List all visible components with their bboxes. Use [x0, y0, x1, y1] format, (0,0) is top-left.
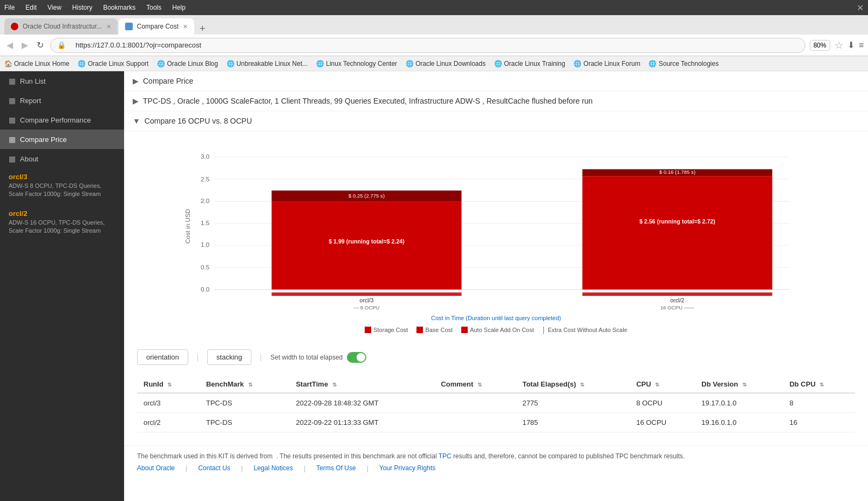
col-comment[interactable]: Comment ⇅ — [434, 376, 516, 393]
tab-compare-label: Compare Cost — [137, 23, 179, 30]
bookmark-star[interactable]: ☆ — [835, 39, 843, 51]
sidebar-item-report[interactable]: ▦ Report — [0, 91, 124, 110]
legend-storage-color — [365, 327, 371, 333]
sidebar-run-orcl3[interactable]: orcl/3 ADW-S 8 OCPU, TPC-DS Queries, Sca… — [0, 168, 124, 205]
orientation-button[interactable]: orientation — [137, 349, 188, 365]
sidebar-item-compare-performance[interactable]: ▦ Compare Performance — [0, 110, 124, 130]
bar-orcl3-highlight — [272, 293, 462, 296]
menu-history[interactable]: History — [72, 4, 92, 11]
legend-extra-cost: | Extra Cost Without Auto Scale — [543, 326, 627, 334]
footer-about-oracle[interactable]: About Oracle — [137, 464, 175, 472]
bookmark-oracle-training[interactable]: 🌐 Oracle Linux Training — [494, 60, 565, 67]
legend-base-cost: Base Cost — [416, 327, 453, 333]
bookmark-source-tech-label: Source Technologies — [659, 60, 719, 67]
chart-container: Cost in USD 0.0 0.5 1.0 — [124, 131, 868, 343]
tab-oracle-close[interactable]: ✕ — [106, 23, 111, 30]
menu-view[interactable]: View — [47, 4, 61, 11]
forward-button[interactable]: ▶ — [19, 38, 30, 52]
bookmark-tech-center-label: Linux Technology Center — [326, 60, 397, 67]
menu-edit[interactable]: Edit — [25, 4, 37, 11]
compare-perf-icon: ▦ — [9, 116, 16, 124]
download-icon[interactable]: ⬇ — [848, 40, 855, 50]
oracle-support-icon: 🌐 — [78, 60, 86, 67]
bookmark-oracle-training-label: Oracle Linux Training — [504, 60, 565, 67]
cell-comment-1 — [434, 393, 516, 413]
menu-help[interactable]: Help — [172, 4, 186, 11]
toggle-switch[interactable] — [347, 352, 366, 363]
back-button[interactable]: ◀ — [4, 38, 15, 52]
col-db-cpu[interactable]: Db CPU ⇅ — [783, 376, 855, 393]
col-total-elapsed[interactable]: Total Elapsed(s) ⇅ — [516, 376, 630, 393]
col-benchmark[interactable]: BenchMark ⇅ — [200, 376, 289, 393]
bookmark-oracle-support[interactable]: 🌐 Oracle Linux Support — [78, 60, 149, 67]
footer-legal-notices[interactable]: Legal Notices — [254, 464, 293, 472]
bookmark-unbreakable[interactable]: 🌐 Unbreakable Linux Net... — [227, 60, 307, 67]
sort-starttime: ⇅ — [332, 382, 337, 388]
sidebar-item-about[interactable]: ▦ About — [0, 149, 124, 168]
new-tab-button[interactable]: + — [195, 23, 210, 35]
close-button[interactable]: ✕ — [857, 3, 864, 13]
footer-contact-us[interactable]: Contact Us — [198, 464, 230, 472]
legend-extra-separator: | — [543, 326, 545, 334]
chart-area: Cost in USD 0.0 0.5 1.0 — [137, 140, 855, 313]
compare-tab-icon — [125, 23, 133, 30]
tab-compare-cost[interactable]: Compare Cost ✕ — [119, 18, 194, 35]
run-orcl2-desc: ADW-S 16 OCPU, TPC-DS Queries, Scale Fac… — [9, 219, 115, 235]
tab-compare-close[interactable]: ✕ — [183, 23, 188, 30]
refresh-button[interactable]: ↻ — [35, 38, 46, 52]
sort-db-version: ⇅ — [742, 382, 747, 388]
cell-dbversion-2: 19.16.0.1.0 — [695, 413, 783, 432]
run-list-icon: ▦ — [9, 77, 16, 85]
bookmark-source-tech[interactable]: 🌐 Source Technologies — [649, 60, 719, 67]
bookmark-oracle-downloads[interactable]: 🌐 Oracle Linux Downloads — [406, 60, 486, 67]
bookmark-oracle-forum[interactable]: 🌐 Oracle Linux Forum — [574, 60, 640, 67]
sidebar-item-run-list[interactable]: ▦ Run List — [0, 71, 124, 91]
menu-tools[interactable]: Tools — [146, 4, 161, 11]
col-db-version[interactable]: Db Version ⇅ — [695, 376, 783, 393]
tpc-link[interactable]: TPC — [439, 452, 452, 460]
menu-file[interactable]: File — [4, 4, 15, 11]
col-runid[interactable]: RunId ⇅ — [137, 376, 200, 393]
section-compare-price[interactable]: ▶ Compare Price — [124, 71, 868, 91]
section-compare-price-title: Compare Price — [143, 77, 193, 85]
chart-subtitle: Cost in Time (Duration until last query … — [137, 315, 855, 321]
footer-terms-of-use[interactable]: Terms Of Use — [316, 464, 356, 472]
footer-privacy-rights[interactable]: Your Privacy Rights — [379, 464, 435, 472]
col-cpu[interactable]: CPU ⇅ — [630, 376, 695, 393]
toggle-knob — [357, 353, 365, 362]
bookmark-oracle-home[interactable]: 🏠 Oracle Linux Home — [4, 60, 70, 67]
xlabel-orcl3: orcl/3 — [359, 297, 373, 303]
sidebar-run-orcl2[interactable]: orcl/2 ADW-S 16 OCPU, TPC-DS Queries, Sc… — [0, 205, 124, 242]
chevron-tpc-detail: ▶ — [133, 97, 139, 105]
col-starttime[interactable]: StartTime ⇅ — [289, 376, 434, 393]
menu-bookmarks[interactable]: Bookmarks — [103, 4, 135, 11]
stacking-button[interactable]: stacking — [207, 349, 251, 365]
tab-oracle-cloud[interactable]: Oracle Cloud Infrastructur... ✕ — [4, 18, 118, 35]
bookmark-oracle-blog[interactable]: 🌐 Oracle Linux Blog — [157, 60, 218, 67]
bookmark-oracle-blog-label: Oracle Linux Blog — [167, 60, 218, 67]
section-compare-ocpu[interactable]: ▼ Compare 16 OCPU vs. 8 OCPU — [124, 111, 868, 131]
unbreakable-icon: 🌐 — [227, 60, 234, 67]
controls-area: orientation | stacking | Set width to to… — [124, 343, 868, 371]
run-orcl3-title[interactable]: orcl/3 — [9, 173, 115, 181]
run-orcl2-title[interactable]: orcl/2 — [9, 209, 115, 218]
address-input[interactable] — [69, 38, 798, 53]
oracle-home-icon: 🏠 — [4, 60, 12, 67]
legend-base-color — [416, 327, 423, 333]
sort-runid: ⇅ — [167, 382, 172, 388]
report-icon: ▦ — [9, 96, 16, 105]
bar-orcl2-base-label: $ 2.56 (running total=$ 2.72) — [639, 218, 715, 225]
cell-elapsed-2: 1785 — [516, 413, 630, 432]
ytick-25: 2.5 — [201, 175, 210, 182]
menu-icon[interactable]: ≡ — [859, 40, 864, 50]
bar-orcl2-storage-label: $ 0.16 (1.785 s) — [659, 169, 695, 175]
sidebar-report-label: Report — [20, 97, 41, 105]
footer-sep-2: | — [241, 464, 243, 472]
bookmark-tech-center[interactable]: 🌐 Linux Technology Center — [316, 60, 397, 67]
table-header: RunId ⇅ BenchMark ⇅ StartTime ⇅ Comment … — [137, 376, 855, 393]
xlabel-16ocpu: 16 OCPU —— — [660, 304, 694, 310]
sidebar-item-compare-price[interactable]: ▦ Compare Price — [0, 130, 124, 149]
table-area: RunId ⇅ BenchMark ⇅ StartTime ⇅ Comment … — [124, 371, 868, 445]
zoom-level[interactable]: 80% — [810, 40, 830, 51]
section-tpc-detail[interactable]: ▶ TPC-DS , Oracle , 1000G ScaleFactor, 1… — [124, 91, 868, 111]
